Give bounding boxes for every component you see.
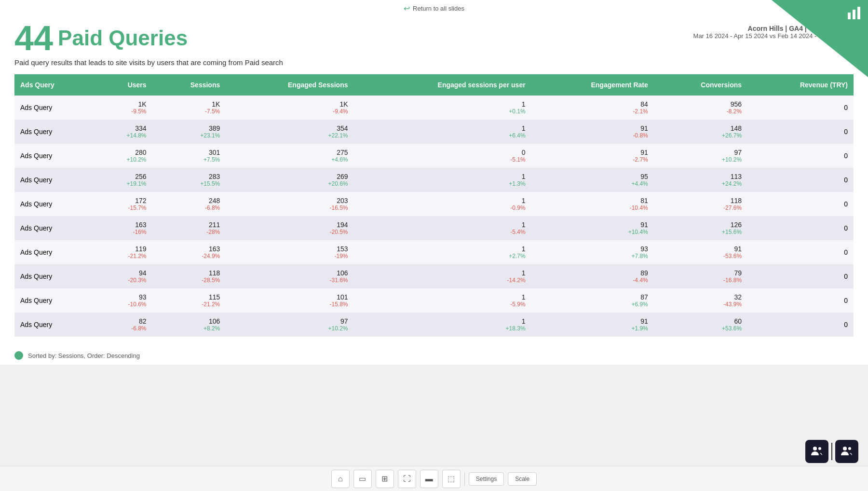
cell-ads-query: Ads Query: [14, 95, 96, 120]
cell-conversions: 956-8.2%: [654, 95, 747, 120]
cell-revenue: 0: [747, 313, 854, 337]
cell-engaged_sessions: 153-19%: [226, 240, 353, 264]
cell-sessions: 248-6.8%: [152, 192, 226, 216]
footer-sorted-text: Sorted by: Sessions, Order: Descending: [28, 352, 140, 359]
cell-users: 93-10.6%: [96, 288, 152, 313]
cell-engaged_per_user: 1-0.9%: [354, 192, 531, 216]
cell-engagement_rate: 91+10.4%: [531, 216, 654, 240]
table-row: Ads Query163-16%211-28%194-20.5%1-5.4%91…: [14, 216, 854, 240]
cell-conversions: 79-16.8%: [654, 264, 747, 288]
toolbar-bar-btn[interactable]: ▬: [420, 470, 438, 488]
cell-users: 172-15.7%: [96, 192, 152, 216]
toolbar-separator: [464, 472, 465, 486]
col-conversions: Conversions: [654, 74, 747, 95]
cell-engaged_sessions: 194-20.5%: [226, 216, 353, 240]
cell-engagement_rate: 91+1.9%: [531, 313, 654, 337]
bottom-right-icons: [805, 440, 858, 463]
svg-point-3: [813, 447, 817, 450]
cell-engagement_rate: 84-2.1%: [531, 95, 654, 120]
toolbar-grid-btn[interactable]: ⊞: [376, 470, 394, 488]
toolbar-expand-btn[interactable]: ⛶: [398, 470, 416, 488]
cell-engaged_per_user: 1-14.2%: [354, 264, 531, 288]
cell-engagement_rate: 93+7.8%: [531, 240, 654, 264]
cell-engaged_sessions: 269+20.6%: [226, 168, 353, 192]
col-engaged-per-user: Engaged sessions per user: [354, 74, 531, 95]
cell-revenue: 0: [747, 264, 854, 288]
cell-users: 119-21.2%: [96, 240, 152, 264]
cell-engaged_per_user: 1+6.4%: [354, 120, 531, 144]
cell-users: 334+14.8%: [96, 120, 152, 144]
toolbar-box-btn[interactable]: ⬚: [442, 470, 461, 488]
cell-engaged_per_user: 1+1.3%: [354, 168, 531, 192]
cell-conversions: 126+15.6%: [654, 216, 747, 240]
cell-users: 163-16%: [96, 216, 152, 240]
bottom-toolbar: ⌂ ▭ ⊞ ⛶ ▬ ⬚ Settings Scale: [0, 466, 868, 491]
page-subtitle: Paid query results that leads to site vi…: [14, 58, 283, 67]
cell-sessions: 389+23.1%: [152, 120, 226, 144]
col-engagement-rate: Engagement Rate: [531, 74, 654, 95]
col-users: Users: [96, 74, 152, 95]
main-content: Ads Query Users Sessions Engaged Session…: [0, 74, 868, 346]
cell-sessions: 106+8.2%: [152, 313, 226, 337]
cell-revenue: 0: [747, 120, 854, 144]
cell-engaged_sessions: 101-15.8%: [226, 288, 353, 313]
page-number: 44: [14, 21, 53, 55]
cell-revenue: 0: [747, 192, 854, 216]
cell-revenue: 0: [747, 288, 854, 313]
cell-ads-query: Ads Query: [14, 264, 96, 288]
cell-engagement_rate: 95+4.4%: [531, 168, 654, 192]
col-revenue: Revenue (TRY): [747, 74, 854, 95]
cell-engaged_sessions: 275+4.6%: [226, 144, 353, 168]
table-row: Ads Query93-10.6%115-21.2%101-15.8%1-5.9…: [14, 288, 854, 313]
cell-ads-query: Ads Query: [14, 288, 96, 313]
table-row: Ads Query172-15.7%248-6.8%203-16.5%1-0.9…: [14, 192, 854, 216]
cell-users: 82-6.8%: [96, 313, 152, 337]
svg-rect-1: [853, 10, 855, 19]
page-header: 44 Paid Queries Paid query results that …: [0, 15, 868, 74]
footer-dot: [14, 351, 23, 360]
cell-users: 280+10.2%: [96, 144, 152, 168]
user-icon-right[interactable]: [835, 440, 858, 463]
return-link[interactable]: ↩ Return to all slides: [404, 4, 464, 13]
cell-sessions: 283+15.5%: [152, 168, 226, 192]
table-row: Ads Query94-20.3%118-28.5%106-31.6%1-14.…: [14, 264, 854, 288]
svg-point-4: [818, 447, 821, 450]
cell-engagement_rate: 89-4.4%: [531, 264, 654, 288]
top-nav: ↩ Return to all slides: [0, 0, 868, 15]
page-title: Paid Queries: [58, 27, 188, 49]
cell-revenue: 0: [747, 216, 854, 240]
cell-engaged_sessions: 97+10.2%: [226, 313, 353, 337]
cell-conversions: 148+26.7%: [654, 120, 747, 144]
col-ads-query: Ads Query: [14, 74, 96, 95]
cell-conversions: 60+53.6%: [654, 313, 747, 337]
return-label: Return to all slides: [413, 5, 464, 12]
toolbar-home-btn[interactable]: ⌂: [331, 470, 350, 488]
table-row: Ads Query119-21.2%163-24.9%153-19%1+2.7%…: [14, 240, 854, 264]
cell-ads-query: Ads Query: [14, 192, 96, 216]
cell-ads-query: Ads Query: [14, 240, 96, 264]
cell-sessions: 211-28%: [152, 216, 226, 240]
table-row: Ads Query1K-9.5%1K-7.5%1K-9.4%1+0.1%84-2…: [14, 95, 854, 120]
icon-separator: [831, 443, 832, 460]
svg-rect-0: [848, 13, 851, 19]
cell-ads-query: Ads Query: [14, 313, 96, 337]
cell-ads-query: Ads Query: [14, 216, 96, 240]
cell-engaged_per_user: 1+2.7%: [354, 240, 531, 264]
cell-ads-query: Ads Query: [14, 144, 96, 168]
cell-ads-query: Ads Query: [14, 168, 96, 192]
table-row: Ads Query280+10.2%301+7.5%275+4.6%0-5.1%…: [14, 144, 854, 168]
cell-conversions: 113+24.2%: [654, 168, 747, 192]
cell-engaged_per_user: 1+18.3%: [354, 313, 531, 337]
toolbar-settings-btn[interactable]: Settings: [469, 472, 504, 486]
cell-sessions: 163-24.9%: [152, 240, 226, 264]
cell-revenue: 0: [747, 240, 854, 264]
svg-point-6: [848, 447, 851, 450]
toolbar-slide-btn[interactable]: ▭: [353, 470, 372, 488]
user-icon-left[interactable]: [805, 440, 828, 463]
cell-engaged_sessions: 106-31.6%: [226, 264, 353, 288]
page-number-title: 44 Paid Queries: [14, 21, 283, 55]
cell-engaged_per_user: 0-5.1%: [354, 144, 531, 168]
toolbar-scale-btn[interactable]: Scale: [508, 472, 537, 486]
col-engaged-sessions: Engaged Sessions: [226, 74, 353, 95]
cell-engagement_rate: 91-2.7%: [531, 144, 654, 168]
